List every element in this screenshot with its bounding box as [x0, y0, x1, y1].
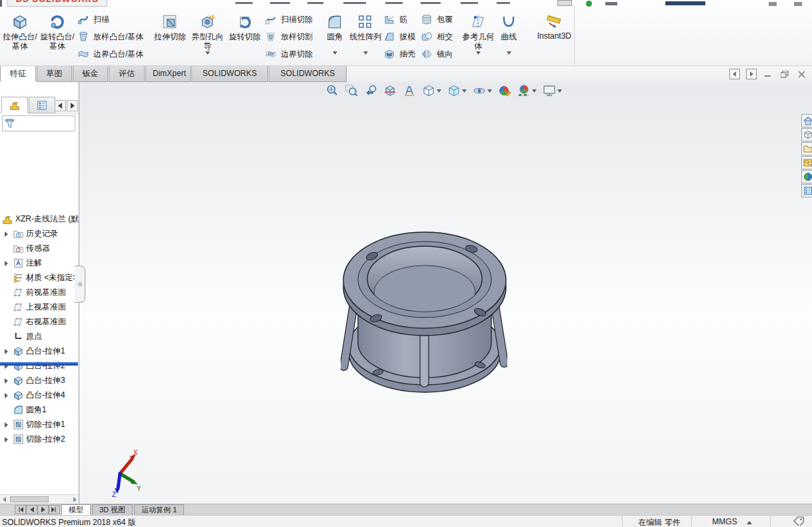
- tab-3d-views[interactable]: 3D 视图: [92, 504, 133, 515]
- tree-root-part[interactable]: XZR-走线法兰 (默: [0, 212, 79, 226]
- tree-filter-input[interactable]: [17, 119, 73, 127]
- extrude-boss-button[interactable]: 拉伸凸台/基体: [1, 9, 39, 64]
- panel-tab-scroll-right-button[interactable]: [67, 100, 78, 111]
- appearances-scenes-icon[interactable]: [801, 170, 812, 183]
- rollback-bar[interactable]: [0, 362, 78, 366]
- collapse-left-pane-button[interactable]: [729, 69, 740, 79]
- annotation-visibility-button[interactable]: [402, 83, 417, 98]
- apply-scene-button[interactable]: [517, 83, 537, 98]
- tree-item-history[interactable]: 历史记录: [0, 227, 79, 241]
- reference-geometry-dropdown-icon[interactable]: [476, 51, 481, 55]
- next-tab-button[interactable]: [37, 505, 49, 514]
- extrude-cut-button[interactable]: 拉伸切除: [151, 9, 189, 64]
- tree-item-annotations[interactable]: 注解: [0, 256, 79, 270]
- mirror-button[interactable]: 镜向: [419, 45, 457, 63]
- file-explorer-icon[interactable]: [801, 142, 812, 155]
- fillet-dropdown-icon[interactable]: [333, 51, 337, 55]
- zoom-to-area-button[interactable]: [344, 83, 359, 98]
- design-library-icon[interactable]: [801, 114, 812, 127]
- fillet-button[interactable]: 圆角: [321, 9, 349, 64]
- dropdown-arrow-icon[interactable]: [532, 89, 537, 93]
- help-sphere-fragment[interactable]: [586, 1, 592, 7]
- scroll-right-arrow-icon[interactable]: [70, 495, 79, 504]
- hole-wizard-dropdown-icon[interactable]: [205, 51, 210, 55]
- section-view-button[interactable]: [383, 83, 397, 98]
- curves-button[interactable]: 曲线: [495, 9, 522, 64]
- tab-dimxpert[interactable]: DimXpert: [145, 66, 191, 82]
- tree-item-boss-extrude3[interactable]: 凸台-拉伸3: [0, 374, 79, 388]
- first-tab-button[interactable]: [15, 505, 26, 514]
- dropdown-arrow-icon[interactable]: [557, 89, 562, 93]
- tab-feature-tree[interactable]: [1, 97, 28, 113]
- tree-item-fillet1[interactable]: 圆角1: [0, 403, 79, 417]
- edit-appearance-button[interactable]: [497, 83, 512, 98]
- sweep-cut-button[interactable]: 扫描切除: [263, 11, 317, 28]
- boundary-boss-button[interactable]: 边界凸台/基体: [76, 45, 147, 63]
- appearances-box-icon[interactable]: [801, 128, 812, 141]
- expand-right-pane-button[interactable]: [746, 69, 757, 79]
- tree-item-sensors[interactable]: 传感器: [0, 241, 79, 255]
- tab-solidworks-addins[interactable]: SOLIDWORKS 插件: [191, 66, 268, 82]
- tree-item-origin[interactable]: 原点: [0, 330, 79, 344]
- expander-icon[interactable]: [0, 422, 12, 428]
- view-settings-button[interactable]: [542, 83, 563, 98]
- zoom-to-fit-button[interactable]: [325, 83, 339, 98]
- toolbar-button-fragment[interactable]: [557, 0, 572, 6]
- tab-property-manager[interactable]: [29, 97, 55, 113]
- hide-show-items-button[interactable]: [472, 83, 493, 98]
- shell-button[interactable]: 抽壳: [382, 45, 419, 63]
- tree-item-cut-extrude1[interactable]: 切除-拉伸1: [0, 418, 79, 432]
- revolve-boss-button[interactable]: 旋转凸台/基体: [39, 9, 76, 64]
- expander-icon[interactable]: [0, 437, 12, 442]
- revolve-cut-button[interactable]: 旋转切除: [226, 9, 263, 64]
- panel-tab-scroll-left-button[interactable]: [55, 100, 66, 111]
- tab-sketch[interactable]: 草图: [37, 66, 72, 82]
- tab-features[interactable]: 特征: [0, 66, 36, 82]
- linear-pattern-dropdown-icon[interactable]: [363, 51, 368, 55]
- model-flange[interactable]: [341, 231, 507, 398]
- custom-properties-icon[interactable]: [801, 184, 812, 197]
- dropdown-arrow-icon[interactable]: [437, 89, 441, 93]
- tree-item-boss-extrude4[interactable]: 凸台-拉伸4: [0, 388, 79, 402]
- loft-boss-button[interactable]: 放样凸台/基体: [76, 28, 147, 45]
- panel-splitter-handle[interactable]: [75, 266, 85, 303]
- expander-icon[interactable]: [0, 378, 12, 384]
- linear-pattern-button[interactable]: 线性阵列: [349, 9, 382, 64]
- tab-evaluate[interactable]: 评估: [109, 66, 145, 82]
- tree-item-right-plane[interactable]: 右视基准面: [0, 315, 79, 329]
- dropdown-arrow-icon[interactable]: [462, 89, 467, 93]
- scrollbar-thumb[interactable]: [10, 496, 49, 502]
- expander-icon[interactable]: [0, 231, 12, 237]
- expander-icon[interactable]: [0, 349, 12, 354]
- reference-geometry-button[interactable]: 参考几何体: [461, 9, 495, 64]
- tree-item-material[interactable]: 材质 <未指定>: [0, 271, 79, 285]
- last-tab-button[interactable]: [49, 505, 60, 514]
- previous-view-button[interactable]: [363, 83, 378, 98]
- wrap-button[interactable]: 包覆: [419, 11, 457, 28]
- tags-icon[interactable]: [793, 516, 804, 526]
- tree-item-boss-extrude2[interactable]: 凸台-拉伸2: [0, 359, 79, 373]
- prev-tab-button[interactable]: [26, 505, 37, 514]
- units-selector[interactable]: MMGS: [705, 517, 759, 526]
- draft-button[interactable]: 拔模: [382, 28, 419, 45]
- minimize-window-icon[interactable]: [763, 69, 773, 79]
- tree-item-front-plane[interactable]: 前视基准面: [0, 286, 79, 300]
- tree-item-cut-extrude2[interactable]: 切除-拉伸2: [0, 432, 79, 446]
- tree-item-boss-extrude1[interactable]: 凸台-拉伸1: [0, 344, 79, 358]
- expander-icon[interactable]: [0, 261, 12, 266]
- curves-dropdown-icon[interactable]: [507, 51, 511, 55]
- restore-window-icon[interactable]: [779, 69, 790, 79]
- dropdown-arrow-icon[interactable]: [487, 89, 492, 93]
- hole-wizard-button[interactable]: 异型孔向导: [189, 9, 226, 64]
- scroll-left-arrow-icon[interactable]: [0, 495, 9, 504]
- expander-icon[interactable]: [0, 393, 12, 398]
- tab-motion-study[interactable]: 运动算例 1: [134, 504, 184, 515]
- graphics-viewport[interactable]: X Y Z: [79, 82, 812, 504]
- tab-solidworks-mbd[interactable]: SOLIDWORKS MBD: [269, 66, 347, 82]
- tab-model[interactable]: 模型: [61, 504, 91, 515]
- rib-button[interactable]: 筋: [382, 11, 419, 28]
- tree-item-top-plane[interactable]: 上视基准面: [0, 300, 79, 314]
- intersect-button[interactable]: 相交: [419, 28, 457, 45]
- instant3d-button[interactable]: Instant3D: [526, 9, 582, 61]
- tab-sheet-metal[interactable]: 钣金: [73, 66, 108, 82]
